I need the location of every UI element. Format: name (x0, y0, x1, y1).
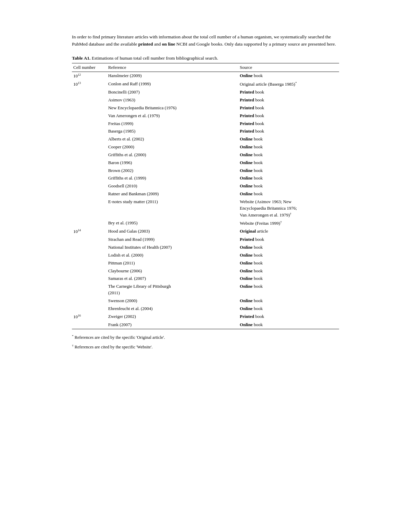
table-row: Alberts et al. (2002)Online book (72, 135, 339, 143)
source: Online book (238, 305, 339, 313)
table-row: 1016Zweiger (2002)Printed book (72, 313, 339, 321)
table-row: Griffiths et al. (1999)Online book (72, 174, 339, 182)
table-row: Ehrenfeucht et al. (2004)Online book (72, 305, 339, 313)
cell-number (72, 96, 107, 104)
table-row: Van Amerongen et al. (1979)Printed book (72, 112, 339, 120)
cell-number (72, 104, 107, 112)
reference: Brown (2002) (107, 167, 238, 175)
reference: Baserga (1985) (107, 127, 238, 135)
intro-paragraph: In order to find primary literature arti… (72, 34, 339, 48)
source: Online book (238, 251, 339, 259)
reference: Freitas (1999) (107, 120, 238, 128)
source: Original article (238, 227, 339, 236)
cell-number (72, 88, 107, 96)
source: Online book (238, 182, 339, 190)
table-row: The Carnegie Library of Pittsburgh(2011)… (72, 283, 339, 297)
cell-number (72, 112, 107, 120)
reference: Griffiths et al. (2000) (107, 151, 238, 159)
cell-number (72, 297, 107, 305)
footnote-2: † References are cited by the specific '… (72, 344, 339, 350)
table-row: Claybourne (2006)Online book (72, 267, 339, 275)
reference: National Institutes of Health (2007) (107, 244, 238, 251)
cell-number (72, 259, 107, 267)
cell-number (72, 190, 107, 198)
cell-number (72, 244, 107, 251)
source: Printed book (238, 112, 339, 120)
table-row: Samaras et al. (2007)Online book (72, 275, 339, 283)
cell-number (72, 275, 107, 283)
source: Online book (238, 244, 339, 251)
cell-number (72, 151, 107, 159)
source: Printed book (238, 88, 339, 96)
source: Online book (238, 321, 339, 329)
reference: Ratner and Bankman (2009) (107, 190, 238, 198)
col-header-reference: Reference (107, 63, 238, 72)
reference: Hanslmeier (2009) (107, 72, 238, 80)
source: Printed book (238, 104, 339, 112)
cell-number (72, 251, 107, 259)
reference: Zweiger (2002) (107, 313, 238, 321)
cell-number (72, 219, 107, 227)
cell-number (72, 267, 107, 275)
source: Online book (238, 135, 339, 143)
source: Printed book (238, 96, 339, 104)
source: Online book (238, 275, 339, 283)
page: In order to find primary literature arti… (72, 0, 339, 378)
table-row: E-notes study matter (2011)Website (Asim… (72, 198, 339, 219)
cell-number (72, 143, 107, 151)
footnote-1: * References are cited by the specific '… (72, 334, 339, 341)
reference: The Carnegie Library of Pittsburgh(2011) (107, 283, 238, 297)
cell-number: 1013 (72, 80, 107, 88)
source: Printed book (238, 120, 339, 128)
table-row: Asimov (1963)Printed book (72, 96, 339, 104)
source: Online book (238, 283, 339, 297)
cell-number (72, 135, 107, 143)
reference: Alberts et al. (2002) (107, 135, 238, 143)
reference: Ehrenfeucht et al. (2004) (107, 305, 238, 313)
reference: Goodsell (2010) (107, 182, 238, 190)
table-row: Ratner and Bankman (2009)Online book (72, 190, 339, 198)
reference: Boncinelli (2007) (107, 88, 238, 96)
cell-number (72, 182, 107, 190)
source: Printed book (238, 236, 339, 244)
table-row: Strachan and Read (1999)Printed book (72, 236, 339, 244)
cell-number: 1012 (72, 72, 107, 80)
reference: E-notes study matter (2011) (107, 198, 238, 219)
reference: Bry et al. (1995) (107, 219, 238, 227)
table-caption: Table A1. Estimations of human total cel… (72, 55, 339, 61)
source: Online book (238, 297, 339, 305)
reference: Pittman (2011) (107, 259, 238, 267)
reference: Samaras et al. (2007) (107, 275, 238, 283)
source: Original article (Baserga 1985)* (238, 80, 339, 88)
reference: Van Amerongen et al. (1979) (107, 112, 238, 120)
table-row: Goodsell (2010)Online book (72, 182, 339, 190)
reference: Claybourne (2006) (107, 267, 238, 275)
table-row: 1013Conlon and Raff (1999)Original artic… (72, 80, 339, 88)
table-row: Bry et al. (1995)Website (Freitas 1999)† (72, 219, 339, 227)
source: Online book (238, 259, 339, 267)
source: Printed book (238, 313, 339, 321)
table-row: Boncinelli (2007)Printed book (72, 88, 339, 96)
reference: Cooper (2000) (107, 143, 238, 151)
source: Online book (238, 190, 339, 198)
source: Website (Freitas 1999)† (238, 219, 339, 227)
table-row: 1014Hood and Galas (2003)Original articl… (72, 227, 339, 236)
main-table: Cell number Reference Source 1012Hanslme… (72, 63, 339, 329)
cell-number (72, 174, 107, 182)
table-row: Baron (1996)Online book (72, 159, 339, 167)
table-row: Griffiths et al. (2000)Online book (72, 151, 339, 159)
table-row: New Encyclopaedia Britannica (1976)Print… (72, 104, 339, 112)
cell-number: 1016 (72, 313, 107, 321)
reference: New Encyclopaedia Britannica (1976) (107, 104, 238, 112)
source: Online book (238, 151, 339, 159)
source: Website (Asimov 1963; NewEncyclopaedia B… (238, 198, 339, 219)
source: Online book (238, 72, 339, 80)
reference: Swenson (2000) (107, 297, 238, 305)
cell-number (72, 127, 107, 135)
table-row: Swenson (2000)Online book (72, 297, 339, 305)
table-row: Brown (2002)Online book (72, 167, 339, 175)
table-row: Pittman (2011)Online book (72, 259, 339, 267)
table-row: National Institutes of Health (2007)Onli… (72, 244, 339, 251)
reference: Baron (1996) (107, 159, 238, 167)
cell-number (72, 236, 107, 244)
